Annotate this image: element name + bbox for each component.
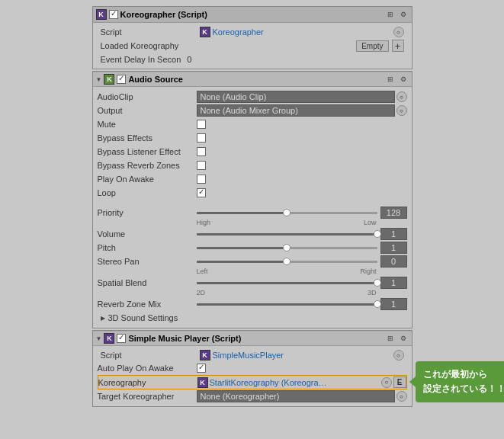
spatial-blend-row: Spatial Blend 1 2D 3D <box>98 276 407 297</box>
mute-checkbox[interactable] <box>197 120 206 129</box>
loop-label: Loop <box>98 188 197 197</box>
event-delay-row: Event Delay In Secon 0 <box>98 53 407 66</box>
target-koreographer-label: Target Koreographer <box>98 392 197 401</box>
auto-play-checkbox[interactable] <box>197 364 206 373</box>
koreography-text: StarlitKoreography (Koreogra… <box>210 378 378 387</box>
simple-music-player-enable-checkbox[interactable] <box>117 334 126 343</box>
koreography-label: Koreography <box>98 378 197 387</box>
output-circle-btn[interactable]: ○ <box>396 105 407 116</box>
priority-value[interactable]: 128 <box>380 207 407 219</box>
koreographer-title: Koreographer (Script) <box>120 10 383 19</box>
audioclip-dropdown[interactable]: None (Audio Clip) <box>197 91 395 103</box>
simple-music-player-layout-icon[interactable]: ⊞ <box>385 333 396 344</box>
reverb-zone-slider-thumb[interactable] <box>374 300 381 308</box>
reverb-zone-label: Reverb Zone Mix <box>98 300 197 309</box>
spatial-2d-label: 2D <box>197 289 206 296</box>
priority-slider-track[interactable] <box>197 212 377 214</box>
audioclip-value-container: None (Audio Clip) ○ <box>197 91 407 103</box>
volume-value[interactable]: 1 <box>380 228 407 240</box>
pitch-slider-thumb[interactable] <box>283 244 291 252</box>
output-dropdown[interactable]: None (Audio Mixer Group) <box>197 104 395 117</box>
koreographer-enable-checkbox[interactable] <box>109 10 118 19</box>
bypass-effects-row: Bypass Effects <box>98 131 407 145</box>
pitch-slider-track[interactable] <box>197 247 377 249</box>
bypass-listener-label: Bypass Listener Effect <box>98 147 197 156</box>
koreography-k-logo: K <box>197 377 208 388</box>
pitch-slider-fill <box>197 247 287 249</box>
mute-row: Mute <box>98 117 407 131</box>
simple-music-player-settings-icon[interactable]: ⚙ <box>398 333 409 344</box>
koreographer-layout-icon[interactable]: ⊞ <box>385 9 396 20</box>
audio-source-layout-icon[interactable]: ⊞ <box>385 74 396 85</box>
stereo-pan-value[interactable]: 0 <box>380 255 407 268</box>
mute-value-container <box>197 120 407 129</box>
sound-3d-label: 3D Sound Settings <box>108 313 178 322</box>
simple-music-player-script-name: SimpleMusicPlayer <box>213 351 390 360</box>
simple-music-player-panel: ▼ K Simple Music Player (Script) ⊞ ⚙ Scr… <box>92 330 413 407</box>
target-koreographer-dropdown[interactable]: None (Koreographer) <box>197 390 395 402</box>
audio-source-panel: ▼ K Audio Source ⊞ ⚙ AudioClip None (Aud… <box>92 71 413 328</box>
stereo-pan-label: Stereo Pan <box>98 257 197 266</box>
stereo-pan-slider-thumb[interactable] <box>283 258 291 265</box>
stereo-left-label: Left <box>197 268 208 275</box>
koreography-row: Koreography K StarlitKoreography (Koreog… <box>98 375 407 389</box>
play-on-awake-label: Play On Awake <box>98 175 197 184</box>
divider1 <box>98 200 407 206</box>
pitch-row: Pitch 1 <box>98 241 407 255</box>
priority-label: Priority <box>98 208 197 217</box>
play-on-awake-value-container <box>197 175 407 184</box>
event-delay-label: Event Delay In Secon <box>101 55 181 64</box>
loop-value-container <box>197 188 407 197</box>
auto-play-label: Auto Play On Awake <box>98 364 197 373</box>
bypass-listener-checkbox[interactable] <box>197 147 206 156</box>
priority-slider-thumb[interactable] <box>283 209 291 216</box>
volume-slider-thumb[interactable] <box>374 230 381 238</box>
spatial-blend-value[interactable]: 1 <box>380 277 407 289</box>
spatial-blend-slider-thumb[interactable] <box>374 279 381 287</box>
simple-music-player-header: ▼ K Simple Music Player (Script) ⊞ ⚙ <box>93 331 412 346</box>
simple-music-player-logo: K <box>104 333 114 344</box>
koreographer-script-value-container: K Koreographer ○ <box>200 27 404 37</box>
spatial-blend-label: Spatial Blend <box>98 278 197 287</box>
koreographer-body: Script K Koreographer ○ Loaded Koreograp… <box>93 23 412 69</box>
stereo-pan-row: Stereo Pan 0 Left Right <box>98 255 407 276</box>
koreographer-script-circle-btn[interactable]: ○ <box>393 27 404 37</box>
koreographer-settings-icon[interactable]: ⚙ <box>398 9 409 20</box>
koreography-circle-btn[interactable]: ○ <box>381 377 392 388</box>
stereo-pan-slider-track[interactable] <box>197 261 377 263</box>
audioclip-circle-btn[interactable]: ○ <box>396 91 407 102</box>
output-label: Output <box>98 106 197 115</box>
pitch-value[interactable]: 1 <box>380 242 407 254</box>
bypass-reverb-checkbox[interactable] <box>197 161 206 170</box>
sound-3d-triangle: ▶ <box>101 315 105 322</box>
loaded-koreography-row: Loaded Koreography Empty + <box>98 38 407 53</box>
auto-play-row: Auto Play On Awake <box>98 361 407 375</box>
volume-slider-track[interactable] <box>197 233 377 236</box>
reverb-zone-slider-track[interactable] <box>197 303 377 306</box>
simple-music-player-script-logo: K <box>200 350 210 360</box>
add-koreography-button[interactable]: + <box>392 40 404 52</box>
sound-3d-row[interactable]: ▶ 3D Sound Settings <box>98 311 407 325</box>
audioclip-row: AudioClip None (Audio Clip) ○ <box>98 90 407 104</box>
bypass-effects-value-container <box>197 133 407 143</box>
pitch-label: Pitch <box>98 243 197 252</box>
audio-source-title: Audio Source <box>128 75 382 84</box>
simple-music-player-script-circle[interactable]: ○ <box>393 350 404 360</box>
koreographer-script-logo: K <box>200 27 210 37</box>
empty-button[interactable]: Empty <box>356 40 388 52</box>
spatial-blend-slider-track[interactable] <box>197 282 377 284</box>
simple-music-player-body: Script K SimpleMusicPlayer ○ Auto Play O… <box>93 346 412 406</box>
tooltip-text: これが最初から設定されている！！ <box>423 369 505 394</box>
target-koreographer-circle[interactable]: ○ <box>396 391 407 402</box>
koreography-e-button[interactable]: E <box>393 377 406 388</box>
reverb-zone-row: Reverb Zone Mix 1 <box>98 297 407 311</box>
bypass-reverb-row: Bypass Reverb Zones <box>98 159 407 172</box>
simple-music-player-script-row: Script K SimpleMusicPlayer ○ <box>98 349 407 361</box>
audio-source-settings-icon[interactable]: ⚙ <box>398 74 409 85</box>
bypass-effects-checkbox[interactable] <box>197 133 206 143</box>
reverb-zone-value[interactable]: 1 <box>380 298 407 310</box>
play-on-awake-checkbox[interactable] <box>197 175 206 184</box>
koreographer-panel: K Koreographer (Script) ⊞ ⚙ Script K Kor… <box>92 6 413 69</box>
audio-source-enable-checkbox[interactable] <box>117 75 126 84</box>
loop-checkbox[interactable] <box>197 188 206 197</box>
